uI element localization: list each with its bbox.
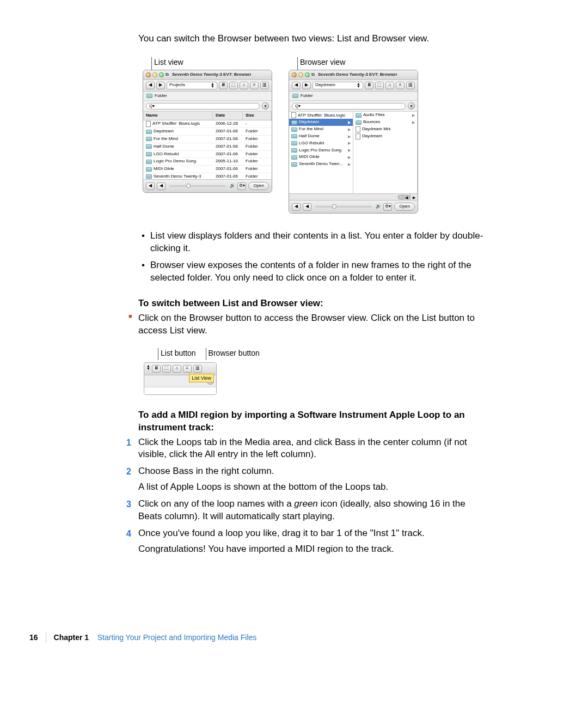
home-icon[interactable]: ⌂ <box>173 365 181 373</box>
zoom-icon[interactable] <box>305 72 310 77</box>
toolbar: ◀ ▶ Daydream ▲▼ 🖥 ⬚ ⌂ ≡ ▥ <box>289 80 418 92</box>
step-item: 3 Click on any of the loop names with a … <box>138 498 489 523</box>
column-item[interactable]: Seventh Demo Twen…▶ <box>289 161 353 168</box>
list-item[interactable]: MIDI Glide2007-01-06Folder <box>143 166 272 173</box>
window-title: Seventh Demo Twenty-3 EVT: Browser <box>318 72 397 78</box>
open-button[interactable]: Open <box>248 182 269 190</box>
column-item[interactable]: Logic Pro Demo Song▶ <box>289 147 353 154</box>
forward-button[interactable]: ▶ <box>156 82 165 89</box>
chevron-right-icon: ▶ <box>412 120 415 125</box>
folder-icon <box>146 130 152 134</box>
volume-icon: 🔊 <box>376 204 381 210</box>
folder-icon <box>291 148 297 153</box>
divider <box>46 632 46 642</box>
search-bar: Q▾ + <box>289 101 418 112</box>
column-item[interactable]: Daydream <box>353 133 417 140</box>
computer-icon[interactable]: 🖥 <box>365 82 373 89</box>
project-icon[interactable]: ⬚ <box>162 365 171 373</box>
column-item[interactable]: MIDI Glide▶ <box>289 154 353 161</box>
list-view-caption: List view <box>151 57 183 70</box>
button-shot-area: List button Browser button ▲▼ 🖥 ⬚ ⌂ ≡ ▥ … <box>144 348 489 395</box>
volume-slider[interactable] <box>169 185 226 187</box>
list-item[interactable]: For the Mind2007-01-06Folder <box>143 136 272 143</box>
play-button[interactable]: ◀ <box>157 182 166 190</box>
browser-view-button[interactable]: ▥ <box>260 82 269 89</box>
gear-button[interactable]: ⚙▾ <box>383 203 392 211</box>
column-item[interactable]: For the Mind▶ <box>289 126 353 133</box>
back-button[interactable]: ◀ <box>292 82 301 89</box>
list-item[interactable]: ATP Shufflin´ Blues.logic2006-12-28- <box>143 120 272 128</box>
page-content: You can switch the Browser between two v… <box>138 33 489 560</box>
open-button[interactable]: Open <box>394 203 415 211</box>
col-name-header[interactable]: Name <box>143 112 213 120</box>
list-view-button[interactable]: ≡ <box>183 365 192 373</box>
col-date-header[interactable]: Date <box>213 112 243 120</box>
window-title: Seventh Demo Twenty-3 EVT: Browser <box>172 72 252 78</box>
computer-icon[interactable]: 🖥 <box>152 365 161 373</box>
folder-icon <box>146 167 152 172</box>
bullet-item: List view displays folders and their con… <box>138 230 489 255</box>
list-view-button[interactable]: ≡ <box>396 82 405 89</box>
column-item[interactable]: LGO Rebuild▶ <box>289 140 353 147</box>
bullet-list: List view displays folders and their con… <box>138 230 489 284</box>
forward-button[interactable]: ▶ <box>302 82 311 89</box>
list-view-button[interactable]: ≡ <box>250 82 259 89</box>
minimize-icon[interactable] <box>298 72 303 77</box>
column-item[interactable]: Bounces▶ <box>353 119 417 126</box>
browser-view-button[interactable]: ▥ <box>406 82 415 89</box>
search-input[interactable]: Q▾ <box>292 103 406 109</box>
project-icon[interactable]: ⬚ <box>229 82 238 89</box>
minimize-icon[interactable] <box>152 72 157 77</box>
column-item[interactable]: Daydream Mrk <box>353 126 417 133</box>
folder-bar: Folder <box>143 92 272 101</box>
transport-bar: ◀ ◀ 🔊 ⚙▾ Open <box>143 179 272 192</box>
project-icon[interactable]: ⬚ <box>375 82 384 89</box>
path-field[interactable]: Daydream ▲▼ <box>313 82 363 89</box>
list-item[interactable]: Seventh Demo Twenty-32007-01-06Folder <box>143 173 272 181</box>
folder-label: Folder <box>301 93 313 99</box>
path-stepper-icon[interactable]: ▲▼ <box>211 83 215 88</box>
list-item[interactable]: Half Dome2007-01-06Folder <box>143 143 272 151</box>
column-item[interactable]: Audio Files▶ <box>353 112 417 119</box>
close-icon[interactable] <box>146 72 151 77</box>
volume-icon: 🔊 <box>230 183 235 189</box>
home-icon[interactable]: ⌂ <box>385 82 394 89</box>
tooltip: List View <box>189 374 214 382</box>
zoom-icon[interactable] <box>159 72 164 77</box>
close-icon[interactable] <box>292 72 297 77</box>
computer-icon[interactable]: 🖥 <box>219 82 228 89</box>
column-item[interactable]: Daydream▶ <box>289 119 353 126</box>
step-number: 2 <box>126 466 131 478</box>
list-item[interactable]: Logic Pro Demo Song2005-11-10Folder <box>143 158 272 166</box>
gear-button[interactable]: ⚙▾ <box>237 182 246 190</box>
path-label: Daydream <box>315 82 335 88</box>
col-size-header[interactable]: Size <box>243 112 272 120</box>
page-number: 16 <box>29 632 38 643</box>
list-item[interactable]: Daydream2007-01-06Folder <box>143 128 272 136</box>
play-button[interactable]: ◀ <box>303 203 311 211</box>
column-item[interactable]: Half Dome▶ <box>289 133 353 140</box>
back-button[interactable]: ◀ <box>146 82 155 89</box>
prev-button[interactable]: ◀ <box>292 203 301 211</box>
column-item[interactable]: ATP Shufflin´ Blues.logic <box>289 112 353 119</box>
home-icon[interactable]: ⌂ <box>240 82 248 89</box>
path-stepper-icon[interactable]: ▲▼ <box>146 365 150 373</box>
prev-button[interactable]: ◀ <box>146 182 155 190</box>
window-titlebar: ⧉ Seventh Demo Twenty-3 EVT: Browser <box>289 70 418 80</box>
path-stepper-icon[interactable]: ▲▼ <box>357 83 360 88</box>
step-number: 1 <box>126 437 131 449</box>
button-shot-window: ▲▼ 🖥 ⬚ ⌂ ≡ ▥ ➤ List View + <box>144 362 217 395</box>
scroll-left-icon[interactable]: ◀ <box>402 194 410 200</box>
step-note: A list of Apple Loops is shown at the bo… <box>138 481 489 494</box>
horizontal-scrollbar[interactable]: ◀ ▶ <box>289 193 418 200</box>
add-button[interactable]: + <box>262 102 269 109</box>
scroll-right-icon[interactable]: ▶ <box>410 194 418 200</box>
volume-slider[interactable] <box>315 206 372 208</box>
search-input[interactable]: Q▾ <box>146 103 260 109</box>
folder-icon <box>146 94 152 98</box>
add-button[interactable]: + <box>408 102 415 109</box>
column-browser: ATP Shufflin´ Blues.logic Daydream▶ For … <box>289 112 418 193</box>
folder-icon <box>146 137 152 141</box>
path-field[interactable]: Projects ▲▼ <box>167 82 217 89</box>
list-item[interactable]: LGO Rebuild2007-01-06Folder <box>143 151 272 159</box>
